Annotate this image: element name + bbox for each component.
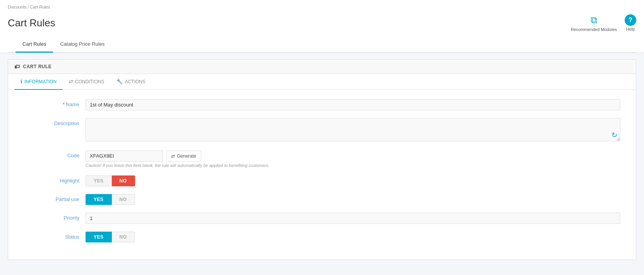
inner-tabs: ℹ INFORMATION ⇄ CONDITIONS 🔧 ACTIONS [8, 74, 636, 90]
main-tabs-bar: Cart Rules Catalog Price Rules [8, 36, 636, 53]
priority-row: Priority [24, 213, 620, 224]
description-field-wrap: ↻ [86, 118, 620, 143]
help-label: Help [626, 27, 635, 31]
highlight-label: Highlight [24, 175, 86, 184]
breadcrumb: Discounts / Cart Rules [8, 3, 636, 11]
card-header-label: CART RULE [23, 64, 52, 69]
name-input[interactable] [86, 99, 620, 110]
info-icon: ℹ [21, 79, 22, 84]
card-header: 🏷 CART RULE [8, 60, 636, 74]
conditions-icon: ⇄ [69, 79, 73, 84]
tab-catalog-price-rules[interactable]: Catalog Price Rules [53, 36, 111, 53]
name-label: Name [24, 99, 86, 107]
code-row: Code ⇄ Generate Caution! If you leave th… [24, 150, 620, 168]
name-row: Name [24, 99, 620, 110]
highlight-toggle-wrap: YES NO [86, 175, 620, 186]
code-field-wrap: ⇄ Generate Caution! If you leave this fi… [86, 150, 620, 168]
description-input[interactable] [86, 118, 620, 141]
generate-button[interactable]: ⇄ Generate [166, 151, 201, 162]
puzzle-icon: ⧉ [587, 14, 600, 26]
cart-rule-card: 🏷 CART RULE ℹ INFORMATION ⇄ CONDITIONS 🔧… [8, 59, 636, 260]
inner-tab-information[interactable]: ℹ INFORMATION [14, 74, 63, 90]
description-row: Description ↻ [24, 118, 620, 143]
page-title: Cart Rules [8, 17, 55, 29]
page-title-row: Cart Rules ⧉ Recommended Modules ? Help [8, 11, 636, 36]
main-content: 🏷 CART RULE ℹ INFORMATION ⇄ CONDITIONS 🔧… [0, 53, 644, 266]
partial-use-toggle: YES NO [86, 194, 620, 205]
help-action[interactable]: ? Help [625, 14, 636, 31]
recommended-modules-action[interactable]: ⧉ Recommended Modules [571, 14, 617, 32]
generate-icon: ⇄ [171, 153, 175, 159]
tag-icon: 🏷 [14, 64, 20, 70]
inner-tab-conditions[interactable]: ⇄ CONDITIONS [63, 74, 110, 90]
status-label: Status [24, 232, 86, 240]
priority-field-wrap [86, 213, 620, 224]
priority-label: Priority [24, 213, 86, 221]
highlight-yes-button[interactable]: YES [86, 175, 112, 186]
status-row: Status YES NO [24, 232, 620, 242]
status-toggle: YES NO [86, 232, 620, 242]
partial-use-toggle-wrap: YES NO [86, 194, 620, 205]
actions-icon: 🔧 [116, 79, 123, 84]
status-no-button[interactable]: NO [112, 232, 135, 242]
partial-use-label: Partial use [24, 194, 86, 202]
highlight-row: Highlight YES NO [24, 175, 620, 186]
partial-use-no-button[interactable]: NO [112, 194, 135, 205]
breadcrumb-cart-rules: Cart Rules [30, 5, 50, 9]
caution-text: Caution! If you leave this field blank, … [86, 163, 620, 168]
recommended-modules-label: Recommended Modules [571, 27, 617, 32]
header-actions: ⧉ Recommended Modules ? Help [571, 14, 636, 32]
code-input-wrap: ⇄ Generate [86, 150, 620, 162]
code-label: Code [24, 150, 86, 158]
inner-tab-information-label: INFORMATION [24, 79, 57, 84]
status-toggle-wrap: YES NO [86, 232, 620, 242]
inner-tab-actions[interactable]: 🔧 ACTIONS [110, 74, 151, 90]
priority-input[interactable] [86, 213, 620, 224]
partial-use-row: Partial use YES NO [24, 194, 620, 205]
breadcrumb-discounts[interactable]: Discounts [8, 5, 26, 9]
partial-use-yes-button[interactable]: YES [86, 194, 112, 205]
refresh-icon[interactable]: ↻ [611, 131, 617, 139]
highlight-no-button[interactable]: NO [112, 175, 135, 186]
name-field-wrap [86, 99, 620, 110]
inner-tab-conditions-label: CONDITIONS [75, 79, 104, 84]
code-input[interactable] [86, 150, 163, 162]
tab-cart-rules[interactable]: Cart Rules [15, 36, 53, 53]
generate-label: Generate [177, 153, 196, 159]
inner-tab-actions-label: ACTIONS [125, 79, 145, 84]
description-label: Description [24, 118, 86, 126]
help-icon: ? [625, 14, 636, 26]
status-yes-button[interactable]: YES [86, 232, 112, 242]
highlight-toggle: YES NO [86, 175, 620, 186]
form-body: Name Description ↻ Code [8, 90, 636, 260]
page-header: Discounts / Cart Rules Cart Rules ⧉ Reco… [0, 0, 644, 53]
